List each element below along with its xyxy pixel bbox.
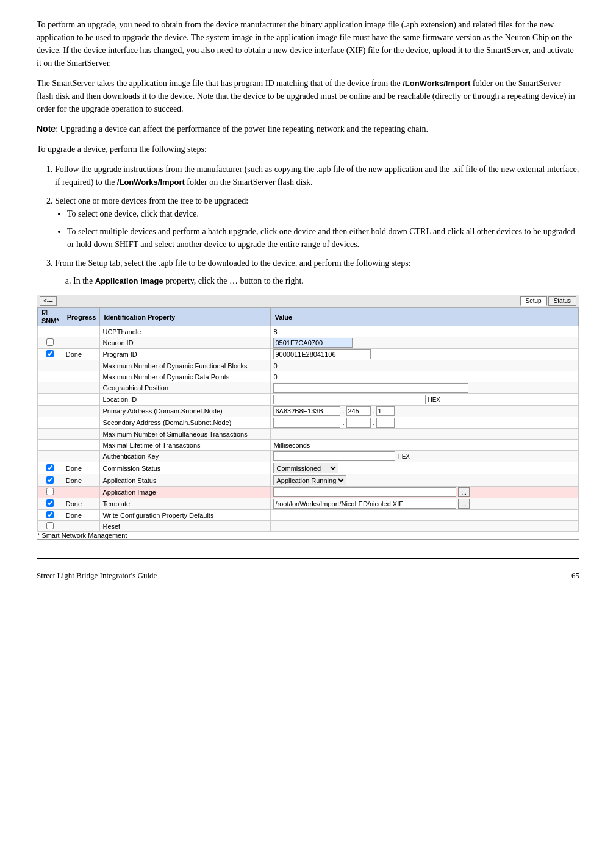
value-input[interactable]: [273, 383, 468, 393]
check-cell: [38, 349, 63, 360]
progress-cell: [63, 371, 100, 382]
value-cell: HEX: [271, 394, 579, 406]
check-cell: [38, 440, 63, 451]
property-cell: UCPThandle: [100, 326, 271, 337]
value-cell: [271, 521, 579, 532]
row-checkbox[interactable]: [46, 464, 54, 471]
value-cell: CommissionedDecommissionedUnknown: [271, 462, 579, 474]
value-cell: 8: [271, 326, 579, 337]
value-input[interactable]: [273, 395, 426, 404]
property-cell: Location ID: [100, 394, 271, 406]
table-row: Maximum Number of Simultaneous Transacti…: [38, 429, 579, 440]
back-button[interactable]: <---: [40, 296, 57, 306]
progress-cell: Done: [63, 498, 100, 510]
table-row: Application Image...: [38, 487, 579, 498]
row-checkbox[interactable]: [46, 338, 54, 346]
check-cell: [38, 474, 63, 487]
commission-status-select[interactable]: CommissionedDecommissionedUnknown: [273, 463, 338, 473]
value-cell: Application RunningApplication StoppedNo…: [271, 474, 579, 487]
value-cell: HEX: [271, 451, 579, 462]
property-cell: Authentication Key: [100, 451, 271, 462]
table-row: Geographical Position: [38, 382, 579, 394]
row-checkbox[interactable]: [46, 522, 54, 529]
property-cell: Program ID: [100, 349, 271, 360]
property-cell: Template: [100, 498, 271, 510]
progress-cell: Done: [63, 474, 100, 487]
app-image-input[interactable]: [273, 487, 456, 497]
status-tab[interactable]: Status: [548, 296, 576, 306]
progress-cell: Done: [63, 349, 100, 360]
row-checkbox[interactable]: [46, 476, 54, 484]
property-cell: Write Configuration Property Defaults: [100, 510, 271, 521]
address-domain-input[interactable]: [273, 406, 340, 416]
table-row: Location IDHEX: [38, 394, 579, 406]
value-cell: ..: [271, 417, 579, 429]
row-checkbox[interactable]: [46, 499, 54, 507]
check-cell: [38, 462, 63, 474]
property-cell: Secondary Address (Domain.Subnet.Node): [100, 417, 271, 429]
value-cell: [271, 429, 579, 440]
progress-cell: [63, 337, 100, 349]
check-cell: [38, 429, 63, 440]
col-header-check: ☑ SNM*: [38, 308, 63, 326]
app-image-browse-button[interactable]: ...: [458, 487, 469, 497]
footer-right: 65: [571, 571, 579, 581]
address-node-input[interactable]: [376, 418, 395, 428]
template-browse-button[interactable]: ...: [458, 499, 469, 509]
check-cell: [38, 510, 63, 521]
page-footer: Street Light Bridge Integrator's Guide 6…: [37, 558, 579, 581]
check-cell: [38, 521, 63, 532]
check-cell: [38, 394, 63, 406]
check-cell: [38, 498, 63, 510]
table-footer-note: * Smart Network Management: [37, 532, 579, 539]
check-cell: [38, 406, 63, 417]
value-cell: 0: [271, 371, 579, 382]
step-2: Select one or more devices from the tree…: [55, 195, 579, 251]
value-cell: ...: [271, 498, 579, 510]
table-row: Secondary Address (Domain.Subnet.Node)..: [38, 417, 579, 429]
table-row: DoneWrite Configuration Property Default…: [38, 510, 579, 521]
property-cell: Neuron ID: [100, 337, 271, 349]
value-cell: Milliseconds: [271, 440, 579, 451]
property-cell: Primary Address (Domain.Subnet.Node): [100, 406, 271, 417]
step-1: Follow the upgrade instructions from the…: [55, 163, 579, 188]
value-cell: [271, 337, 579, 349]
property-cell: Maximum Number of Simultaneous Transacti…: [100, 429, 271, 440]
value-input[interactable]: [273, 349, 371, 359]
address-subnet-input[interactable]: [346, 406, 371, 416]
setup-tab[interactable]: Setup: [520, 296, 547, 306]
paragraph-1: To perform an upgrade, you need to obtai…: [37, 18, 579, 70]
progress-cell: [63, 382, 100, 394]
progress-cell: Done: [63, 510, 100, 521]
address-domain-input[interactable]: [273, 418, 340, 428]
row-checkbox[interactable]: [46, 350, 54, 357]
property-cell: Commission Status: [100, 462, 271, 474]
check-cell: [38, 337, 63, 349]
progress-cell: [63, 451, 100, 462]
template-input[interactable]: [273, 499, 456, 509]
progress-cell: [63, 394, 100, 406]
table-row: Maximum Number of Dynamic Data Points0: [38, 371, 579, 382]
address-node-input[interactable]: [376, 406, 395, 416]
progress-cell: [63, 440, 100, 451]
table-row: DoneCommission StatusCommissionedDecommi…: [38, 462, 579, 474]
progress-cell: [63, 521, 100, 532]
table-row: Maximum Number of Dynamic Functional Blo…: [38, 360, 579, 371]
bullet-2: To select multiple devices and perform a…: [67, 225, 579, 251]
value-input[interactable]: [273, 338, 353, 348]
address-subnet-input[interactable]: [346, 418, 371, 428]
check-cell: [38, 371, 63, 382]
row-checkbox[interactable]: [46, 488, 54, 495]
check-cell: [38, 326, 63, 337]
footer-left: Street Light Bridge Integrator's Guide: [37, 571, 157, 581]
auth-key-input[interactable]: [273, 451, 395, 461]
value-cell: ..: [271, 406, 579, 417]
table-row: DoneProgram ID: [38, 349, 579, 360]
app-status-select[interactable]: Application RunningApplication StoppedNo…: [273, 475, 346, 485]
progress-cell: [63, 326, 100, 337]
check-cell: [38, 360, 63, 371]
table-row: Authentication KeyHEX: [38, 451, 579, 462]
col-header-progress: Progress: [63, 308, 100, 326]
step3-substeps: In the Application Image property, click…: [73, 274, 579, 287]
row-checkbox[interactable]: [46, 511, 54, 518]
